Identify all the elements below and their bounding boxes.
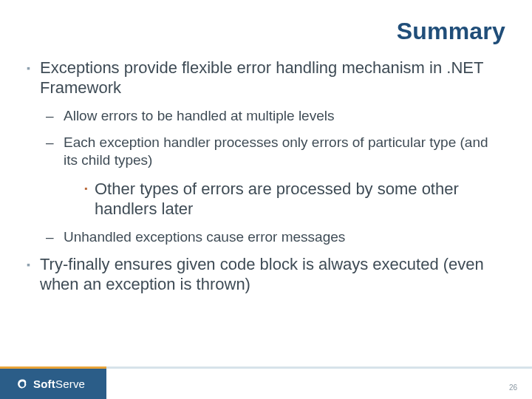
bullet-lvl3: Other types of errors are processed by s… [84, 179, 505, 219]
bullet-lvl2: Each exception handler processes only er… [46, 134, 505, 219]
footer-bar: SoftServe [0, 369, 532, 399]
bullet-lvl2: Unhandled exceptions cause error message… [46, 228, 505, 246]
bullet-lvl1: Try-finally ensures given code block is … [27, 255, 505, 295]
brand-logo-icon [16, 378, 30, 391]
bullet-list: Exceptions provide flexible error handli… [27, 58, 505, 295]
bullet-subsublist: Other types of errors are processed by s… [64, 179, 505, 219]
bullet-text: Other types of errors are processed by s… [95, 180, 459, 219]
brand-logo-text: SoftServe [33, 378, 85, 390]
slide-title: Summary [27, 18, 505, 45]
bullet-text: Exceptions provide flexible error handli… [40, 58, 483, 97]
page-number: 26 [509, 383, 517, 392]
brand-logo: SoftServe [16, 378, 85, 391]
brand-suffix: Serve [55, 378, 85, 390]
bullet-text: Unhandled exceptions cause error message… [64, 229, 345, 245]
bullet-text: Each exception handler processes only er… [64, 134, 488, 168]
bullet-text: Try-finally ensures given code block is … [40, 255, 484, 293]
slide: Summary Exceptions provide flexible erro… [0, 0, 532, 399]
brand-prefix: Soft [33, 378, 55, 390]
bullet-lvl1: Exceptions provide flexible error handli… [27, 58, 505, 246]
slide-footer: SoftServe 26 [0, 366, 532, 399]
bullet-lvl2: Allow errors to be handled at multiple l… [46, 107, 505, 125]
bullet-text: Allow errors to be handled at multiple l… [64, 108, 334, 123]
bullet-sublist: Allow errors to be handled at multiple l… [40, 107, 505, 246]
